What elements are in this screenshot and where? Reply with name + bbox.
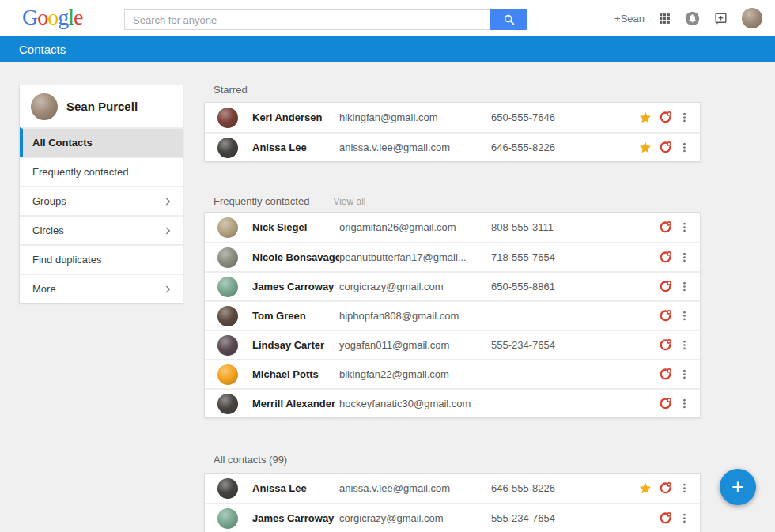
apps-grid-icon[interactable]	[658, 12, 671, 25]
avatar	[217, 335, 238, 356]
search-icon	[503, 13, 516, 26]
hangouts-icon[interactable]	[659, 221, 672, 234]
contact-phone: 646-555-8226	[491, 482, 638, 494]
contact-phone: 555-234-7654	[491, 339, 659, 351]
avatar	[217, 394, 238, 414]
sidebar: Sean Purcell All Contacts Frequently con…	[19, 85, 183, 304]
hangouts-icon[interactable]	[659, 338, 672, 352]
chevron-right-icon	[162, 284, 173, 295]
more-options-icon[interactable]	[679, 141, 690, 153]
contact-row[interactable]: Anissa Lee anissa.v.lee@gmail.com 646-55…	[205, 474, 700, 503]
sidebar-item-find-duplicates[interactable]: Find duplicates	[20, 244, 183, 274]
contact-name: Keri Andersen	[252, 111, 339, 123]
logo-letter: g	[58, 5, 68, 29]
contact-email: bikingfan22@gmail.com	[339, 368, 491, 380]
sidebar-item-frequently-contacted[interactable]: Frequently contacted	[20, 157, 183, 186]
search-button[interactable]	[490, 9, 527, 30]
add-box-icon[interactable]	[713, 11, 728, 26]
contact-row[interactable]: James Carroway corgicrazy@gmail.com 555-…	[205, 503, 700, 532]
logo-letter: l	[68, 5, 74, 29]
avatar	[217, 108, 238, 128]
search-input[interactable]	[124, 9, 490, 30]
sidebar-item-label: Find duplicates	[32, 254, 101, 266]
more-options-icon[interactable]	[679, 368, 690, 380]
sidebar-profile[interactable]: Sean Purcell	[20, 85, 183, 127]
section-header-starred: Starred	[214, 84, 248, 96]
contact-row[interactable]: Nicole Bonsavage peanutbutterfan17@gmail…	[205, 242, 700, 271]
hangouts-icon[interactable]	[659, 511, 672, 525]
contact-name: James Carroway	[252, 512, 339, 524]
hangouts-icon[interactable]	[659, 111, 672, 124]
more-options-icon[interactable]	[679, 310, 690, 322]
more-options-icon[interactable]	[679, 251, 690, 263]
contact-row[interactable]: Tom Green hiphopfan808@gmail.com	[205, 300, 700, 330]
more-options-icon[interactable]	[679, 339, 690, 351]
notifications-bell-icon[interactable]	[685, 11, 700, 26]
google-logo[interactable]: Google	[22, 5, 82, 30]
contact-name: Anissa Lee	[252, 482, 339, 494]
more-options-icon[interactable]	[679, 221, 690, 233]
contact-phone: 555-234-7654	[491, 512, 659, 524]
more-options-icon[interactable]	[679, 512, 690, 524]
header-actions: +Sean	[614, 0, 762, 36]
contact-email: peanutbutterfan17@gmail...	[339, 251, 491, 263]
sidebar-item-more[interactable]: More	[20, 274, 183, 303]
more-options-icon[interactable]	[679, 398, 690, 409]
contact-row[interactable]: James Carroway corgicrazy@gmail.com 650-…	[205, 271, 700, 300]
logo-letter: o	[47, 5, 58, 29]
avatar	[217, 364, 238, 385]
sidebar-item-groups[interactable]: Groups	[20, 186, 183, 215]
frequently-contacted-list: Nick Siegel origamifan26@gmail.com 808-5…	[204, 212, 701, 418]
hangouts-icon[interactable]	[659, 280, 672, 293]
avatar	[217, 478, 238, 499]
starred-list: Keri Andersen hikingfan@gmail.com 650-55…	[204, 102, 701, 162]
star-icon[interactable]	[638, 111, 652, 125]
logo-letter: G	[22, 5, 37, 29]
avatar	[217, 138, 238, 158]
star-icon[interactable]	[638, 141, 652, 155]
contact-name: Lindsay Carter	[252, 339, 339, 351]
contact-name: James Carroway	[252, 281, 339, 292]
contact-row[interactable]: Keri Andersen hikingfan@gmail.com 650-55…	[205, 103, 700, 132]
contact-row[interactable]: Lindsay Carter yogafan011@gmail.com 555-…	[205, 330, 700, 359]
contact-row[interactable]: Michael Potts bikingfan22@gmail.com	[205, 359, 700, 388]
account-avatar[interactable]	[742, 8, 762, 28]
hangouts-icon[interactable]	[659, 309, 672, 323]
section-title: All contacts (99)	[214, 454, 287, 466]
more-options-icon[interactable]	[679, 482, 690, 494]
contact-phone: 808-555-3111	[491, 221, 659, 233]
add-contact-fab[interactable]: +	[720, 469, 756, 505]
plus-account-link[interactable]: +Sean	[614, 13, 645, 25]
contact-phone: 646-555-8226	[491, 141, 638, 153]
contact-row[interactable]: Merrill Alexander hockeyfanatic30@gmail.…	[205, 388, 700, 417]
section-title: Frequently contacted	[214, 195, 309, 207]
star-icon[interactable]	[638, 481, 652, 496]
hangouts-icon[interactable]	[659, 251, 672, 264]
contact-row[interactable]: Nick Siegel origamifan26@gmail.com 808-5…	[205, 213, 700, 242]
hangouts-icon[interactable]	[659, 368, 672, 381]
hangouts-icon[interactable]	[659, 141, 672, 154]
section-title: Starred	[214, 84, 248, 96]
section-header-all-contacts: All contacts (99)	[214, 454, 287, 466]
avatar	[217, 306, 238, 326]
view-all-link[interactable]: View all	[333, 196, 365, 207]
contact-name: Tom Green	[252, 310, 339, 322]
hangouts-icon[interactable]	[659, 481, 672, 495]
avatar	[217, 247, 238, 268]
sidebar-item-label: All Contacts	[32, 137, 93, 149]
sidebar-item-label: Circles	[32, 224, 64, 236]
logo-letter: e	[74, 5, 82, 29]
more-options-icon[interactable]	[679, 281, 690, 292]
page-title: Contacts	[0, 43, 66, 56]
contact-name: Michael Potts	[252, 368, 339, 380]
more-options-icon[interactable]	[679, 111, 690, 123]
contact-row[interactable]: Anissa Lee anissa.v.lee@gmail.com 646-55…	[205, 132, 700, 161]
contact-phone: 650-555-7646	[491, 111, 638, 123]
sidebar-item-label: Groups	[32, 195, 66, 207]
contact-email: origamifan26@gmail.com	[339, 221, 491, 233]
sidebar-item-all-contacts[interactable]: All Contacts	[20, 127, 183, 157]
chevron-right-icon	[162, 196, 173, 207]
avatar	[217, 277, 238, 297]
sidebar-item-circles[interactable]: Circles	[20, 215, 183, 244]
hangouts-icon[interactable]	[659, 397, 672, 410]
